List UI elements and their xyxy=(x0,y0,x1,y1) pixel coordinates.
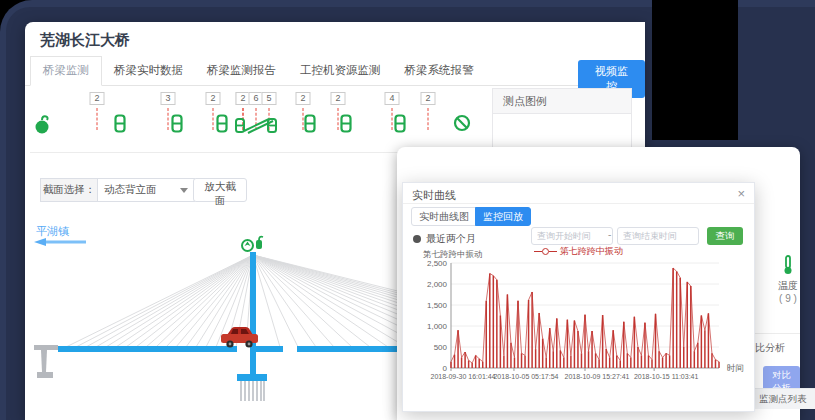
tab-realtime-data[interactable]: 桥梁实时数据 xyxy=(102,57,195,85)
thermometer-icon xyxy=(781,255,795,275)
tab-bridge-monitor[interactable]: 桥梁监测 xyxy=(30,56,102,86)
link-icon[interactable] xyxy=(171,114,184,137)
svg-text:2,000: 2,000 xyxy=(427,280,448,289)
dialog-title: 实时曲线 xyxy=(412,188,456,203)
svg-text:2018-10-15 11:03:41: 2018-10-15 11:03:41 xyxy=(634,373,699,380)
legend-panel-title: 测点图例 xyxy=(493,89,631,114)
sensor-count-badge: 2 xyxy=(296,92,311,105)
dialog-header: 实时曲线 × xyxy=(403,183,754,204)
section-select-value: 动态背立面 xyxy=(104,183,157,197)
tab-ipc-resource[interactable]: 工控机资源监测 xyxy=(288,57,393,85)
sensor-dash-line xyxy=(428,108,429,130)
link-icon[interactable] xyxy=(114,114,127,137)
svg-text:2018-10-09 15:27:41: 2018-10-09 15:27:41 xyxy=(565,373,630,380)
sensor-count-badge: 2 xyxy=(90,92,105,105)
sensor-count-badge: 2 xyxy=(421,92,436,105)
vibration-chart: 05001,0001,5002,0002,5002018-09-30 16:01… xyxy=(403,243,754,409)
bearing-icon[interactable] xyxy=(235,113,277,140)
sensor-count-badge: 2 xyxy=(206,92,221,105)
sensor-count-badge: 2 xyxy=(331,92,346,105)
sensor-dash-line xyxy=(97,108,98,130)
main-tabbar: 桥梁监测 桥梁实时数据 桥梁监测报告 工控机资源监测 桥梁系统报警 xyxy=(25,58,645,86)
svg-text:2018-10-05 05:17:54: 2018-10-05 05:17:54 xyxy=(493,373,558,380)
anemometer-icon[interactable] xyxy=(34,114,50,139)
zoom-section-button[interactable]: 放大截面 xyxy=(193,178,247,202)
screen: 芜湖长江大桥 桥梁监测 桥梁实时数据 桥梁监测报告 工控机资源监测 桥梁系统报警… xyxy=(0,0,815,420)
chevron-down-icon xyxy=(180,188,188,193)
tab-realtime-curve-chart[interactable]: 实时曲线图 xyxy=(411,207,477,226)
temperature-label: 温度 xyxy=(773,279,803,293)
section-select-dropdown[interactable]: 动态背立面 xyxy=(97,178,195,202)
tab-monitor-playback[interactable]: 监控回放 xyxy=(475,207,531,226)
link-icon[interactable] xyxy=(304,114,317,137)
range-separator: - xyxy=(608,229,611,240)
svg-text:2,500: 2,500 xyxy=(427,259,448,268)
svg-text:时间: 时间 xyxy=(727,363,744,373)
close-icon[interactable]: × xyxy=(737,186,745,201)
tab-system-alarm[interactable]: 桥梁系统报警 xyxy=(393,57,486,85)
sensor-count-badge: 5 xyxy=(262,92,277,105)
sensor-dash-line xyxy=(338,108,339,130)
sensor-count-badge: 3 xyxy=(161,92,176,105)
realtime-curve-dialog: 实时曲线 × 实时曲线图 监控回放 最近两个月 - 查询 第七跨跨中振动 第七跨… xyxy=(402,182,755,412)
anemometer-top-icon[interactable] xyxy=(253,235,265,255)
section-select-label: 截面选择： xyxy=(40,178,97,202)
link-icon[interactable] xyxy=(394,114,407,137)
tab-monitor-report[interactable]: 桥梁监测报告 xyxy=(195,57,288,85)
link-icon[interactable] xyxy=(216,114,229,137)
sensor-count-badge: 4 xyxy=(385,92,400,105)
link-icon[interactable] xyxy=(340,114,353,137)
bridge-pylon xyxy=(250,252,256,376)
sensor-dash-line xyxy=(168,108,169,130)
svg-text:0: 0 xyxy=(443,364,448,373)
svg-text:1,000: 1,000 xyxy=(427,322,448,331)
sensor-dash-line xyxy=(213,108,214,130)
screen-cutout xyxy=(652,0,738,140)
bridge-pier xyxy=(34,345,58,378)
svg-text:2018-09-30 16:01:44: 2018-09-30 16:01:44 xyxy=(431,373,496,380)
temperature-count: ( 9 ) xyxy=(773,293,803,304)
svg-text:500: 500 xyxy=(434,343,448,352)
page-title: 芜湖长江大桥 xyxy=(40,31,130,50)
sensor-strip: 23222652242 xyxy=(25,92,485,140)
svg-text:1,500: 1,500 xyxy=(427,301,448,310)
sensor-dash-line xyxy=(392,108,393,130)
radio-dot-icon xyxy=(413,235,421,243)
temperature-block[interactable]: 温度 ( 9 ) xyxy=(773,255,803,304)
forbidden-icon[interactable] xyxy=(453,114,471,136)
